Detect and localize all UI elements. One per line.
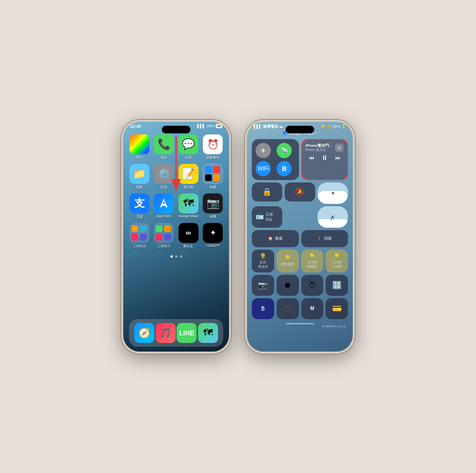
app-icon-maps: 🗺 [178, 193, 198, 213]
cc-qr-btn[interactable]: ⬛ [277, 298, 299, 319]
light-icon-3: 💡 [308, 253, 316, 260]
cc-btn-hotspot[interactable]: 📡 [277, 143, 295, 158]
app-label-notes: 備忘錄 [183, 185, 193, 190]
cc-slider-area: ☀ [317, 182, 348, 204]
media-play-pause[interactable]: ⏸ [321, 154, 328, 161]
light-study[interactable]: 💡 工作室書檯燈 [301, 250, 324, 272]
phone-2: ▌▌▌ 遠傳電信 ☁ 🔔 🔒 65% 🔋 Google Maps › [245, 120, 355, 353]
dot-1 [170, 255, 173, 258]
cc-btn-wifi[interactable]: WiFi [256, 161, 274, 176]
cc-gohome-btn[interactable]: 🚶 回家 [301, 230, 348, 247]
app-icon-chatgpt: ✦ [203, 223, 223, 243]
app-grid: 照片 📞 電話 💬 訊息 ⏰ 提醒事項 [123, 131, 229, 252]
cc-body: ✈ 📡 WiFi B [247, 137, 353, 321]
app-label-tools1: 工具程式 [133, 244, 146, 249]
status-time: 12:45 [130, 124, 141, 129]
cc-timer-btn[interactable]: ⏱ [301, 275, 324, 296]
airplay-icon[interactable]: ⊡ [335, 143, 344, 152]
cc-connectivity-panel: ✈ 📡 WiFi B [252, 139, 299, 180]
cc-nav-arrow: › [316, 131, 317, 135]
wifi-icon: WiFi [207, 124, 214, 128]
dock-icon-maps: 🗺 [198, 323, 218, 343]
media-rewind[interactable]: ⏮ [309, 155, 314, 161]
cc-wallet-btn[interactable]: 💳 [326, 298, 348, 319]
cc-lights-row: 💡 廚房餐桌燈 💡 廚房電燈 💡 工作室書檯燈 💡 [252, 250, 348, 272]
cc-bottom-apps-2: S ⬛ M 💳 [252, 298, 348, 319]
app-meta[interactable]: ∞ 瘋先生 [178, 223, 199, 249]
app-label-support: 支援 [136, 214, 143, 219]
work-icon: 🪪 [256, 213, 264, 221]
cc-shazam-btn[interactable]: S [252, 298, 274, 319]
app-label-files: 檔案 [136, 185, 143, 190]
home-icon: 🏠 [268, 236, 273, 241]
cc-home-btn[interactable]: 🏠 家庭 [252, 230, 299, 247]
app-tools2[interactable]: 工具程式 [154, 223, 175, 249]
status-icons: ▌▌▌ WiFi 68 [197, 124, 222, 128]
cc-home-row: 🏠 家庭 🚶 回家 [252, 230, 348, 247]
dynamic-island-2 [286, 126, 314, 133]
light-kitchen[interactable]: 💡 廚房電燈 [277, 250, 299, 272]
app-messages[interactable]: 💬 訊息 [178, 134, 199, 160]
cc-silent-btn[interactable]: 🔕 [285, 182, 315, 201]
cc-battery: 🔔 🔒 65% 🔋 [321, 124, 346, 129]
app-phone[interactable]: 📞 電話 [154, 134, 175, 160]
light-work[interactable]: 💡 工作室工作燈 [326, 250, 348, 272]
app-camera[interactable]: 📷 相機 [203, 193, 224, 219]
light-label-1: 廚房餐桌燈 [258, 261, 268, 269]
app-label-messages: 訊息 [185, 155, 192, 160]
watermark: M MRMAD.com.tw [322, 325, 346, 328]
light-kitchen-table[interactable]: 💡 廚房餐桌燈 [252, 250, 274, 272]
app-files[interactable]: 📁 檔案 [129, 164, 150, 190]
app-folder-entertainment[interactable]: 娛樂 [203, 164, 224, 190]
app-support[interactable]: 支 支援 [129, 193, 150, 219]
app-icon-photos [129, 134, 149, 154]
cc-lock-btn[interactable]: 🔒 [252, 182, 282, 201]
media-forward[interactable]: ⏭ [335, 155, 340, 161]
app-icon-appstore [154, 193, 174, 213]
media-subtitle: iPhone 瘋先生 [306, 148, 332, 152]
light-icon-2: 💡 [284, 255, 291, 262]
app-label-photos: 照片 [136, 155, 143, 160]
home-label: 家庭 [275, 236, 283, 241]
app-tools1[interactable]: ⚡ 工具程式 [129, 223, 150, 249]
app-notes[interactable]: 📝 備忘錄 [178, 164, 199, 190]
cc-media-player[interactable]: iPhone整合門... iPhone 瘋先生 ⊡ ⏮ ⏸ ⏭ [301, 139, 348, 180]
app-icon-settings: ⚙️ [154, 164, 174, 184]
app-chatgpt[interactable]: ✦ ChatGPT [203, 223, 224, 249]
dock-icon-music: 🎵 [156, 323, 176, 343]
cc-work-btn[interactable]: 🪪 工作 開啟 [252, 206, 282, 228]
app-icon-tools2 [154, 223, 174, 243]
app-appstore[interactable]: App Store [154, 193, 175, 219]
cc-btn-airplane[interactable]: ✈ [256, 143, 274, 158]
light-icon-4: 💡 [333, 253, 340, 260]
cc-calc-btn[interactable]: 🔢 [326, 275, 348, 296]
home-indicator-2 [286, 323, 314, 324]
cc-record-btn[interactable]: ⏺ [277, 275, 299, 296]
volume-slider[interactable]: 🔊 [317, 206, 348, 228]
cc-camera-btn[interactable]: 📷 [252, 275, 274, 296]
cc-btn-bluetooth[interactable]: B [277, 161, 295, 176]
app-label-chatgpt: ChatGPT [206, 244, 220, 247]
cc-row-top: ✈ 📡 WiFi B [252, 139, 348, 180]
dock-maps[interactable]: 🗺 [198, 323, 218, 343]
cc-mrmad-btn[interactable]: M [301, 298, 324, 319]
app-label-settings: 設定 [160, 185, 167, 190]
cc-row-2: 🔒 🔕 ☀ [252, 182, 348, 204]
app-icon-meta: ∞ [178, 223, 198, 243]
dock-music[interactable]: 🎵 [156, 323, 176, 343]
app-reminders[interactable]: ⏰ 提醒事項 [203, 134, 224, 160]
app-settings[interactable]: ⚙️ 設定 [154, 164, 175, 190]
app-photos[interactable]: 照片 [129, 134, 150, 160]
airplane-icon: ✈ [256, 143, 271, 158]
dock-safari[interactable]: 🧭 [134, 323, 154, 343]
app-maps[interactable]: 🗺 Google Maps [178, 193, 199, 219]
brightness-slider[interactable]: ☀ [317, 182, 348, 204]
app-label-maps: Google Maps [178, 214, 198, 218]
hotspot-icon: 📡 [277, 143, 292, 158]
app-label-reminders: 提醒事項 [206, 155, 219, 160]
phone-1: 12:45 ▌▌▌ WiFi 68 照片 � [121, 120, 231, 353]
dock-line[interactable]: LINE [177, 323, 197, 343]
gohome-label: 回家 [324, 236, 332, 241]
cc-carrier: ▌▌▌ 遠傳電信 ☁ [254, 124, 283, 129]
app-label-folder: 娛樂 [209, 185, 216, 190]
